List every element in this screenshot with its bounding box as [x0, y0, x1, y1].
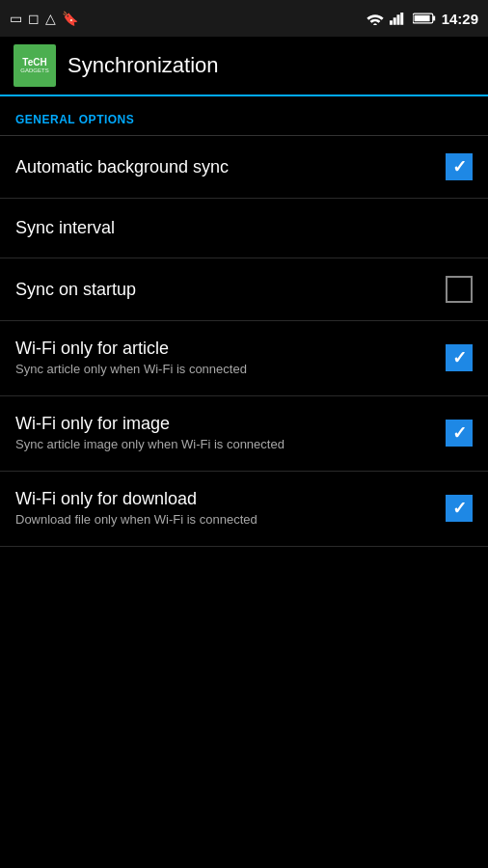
app-logo: TeCH GADGETS: [14, 44, 56, 87]
settings-item-title-wifi-image: Wi-Fi only for image: [15, 414, 434, 434]
section-header-label: GENERAL OPTIONS: [15, 113, 134, 126]
svg-rect-0: [390, 20, 393, 25]
app-bar: TeCH GADGETS Synchronization: [0, 37, 488, 96]
settings-item-content-wifi-article: Wi-Fi only for articleSync article only …: [15, 339, 446, 378]
checkbox-auto-bg-sync[interactable]: [446, 153, 473, 180]
settings-item-content-wifi-image: Wi-Fi only for imageSync article image o…: [15, 414, 446, 453]
svg-rect-3: [400, 13, 403, 25]
alert-icon: △: [45, 11, 56, 26]
settings-item-auto-bg-sync[interactable]: Automatic background sync: [0, 136, 488, 199]
signal-icon: [390, 12, 407, 25]
settings-list: Automatic background syncSync intervalSy…: [0, 136, 488, 547]
settings-item-content-sync-startup: Sync on startup: [15, 280, 446, 300]
status-bar-left: ▭ ◻ △ 🔖: [10, 11, 78, 26]
settings-item-wifi-download[interactable]: Wi-Fi only for downloadDownload file onl…: [0, 472, 488, 547]
settings-item-title-auto-bg-sync: Automatic background sync: [15, 157, 434, 177]
battery-icon: [413, 12, 436, 25]
wifi-icon: [366, 12, 384, 25]
settings-item-title-sync-interval: Sync interval: [15, 218, 461, 238]
checkbox-sync-startup[interactable]: [446, 276, 473, 303]
settings-item-subtitle-wifi-download: Download file only when Wi-Fi is connect…: [15, 512, 434, 529]
bookmark-icon: 🔖: [62, 11, 78, 26]
settings-item-title-wifi-article: Wi-Fi only for article: [15, 339, 434, 359]
settings-item-content-wifi-download: Wi-Fi only for downloadDownload file onl…: [15, 489, 446, 529]
settings-item-sync-interval[interactable]: Sync interval: [0, 199, 488, 258]
svg-rect-6: [414, 15, 429, 21]
general-options-header: GENERAL OPTIONS: [0, 96, 488, 136]
svg-rect-2: [396, 14, 399, 25]
svg-rect-1: [393, 17, 395, 25]
settings-item-sync-startup[interactable]: Sync on startup: [0, 258, 488, 321]
settings-item-subtitle-wifi-article: Sync article only when Wi-Fi is connecte…: [15, 362, 434, 378]
app-logo-text: TeCH: [22, 58, 46, 68]
svg-rect-5: [432, 16, 434, 21]
settings-item-title-wifi-download: Wi-Fi only for download: [15, 489, 434, 509]
checkbox-wifi-image[interactable]: [446, 420, 473, 447]
checkbox-wifi-download[interactable]: [446, 495, 473, 522]
sim-icon: ▭: [10, 11, 22, 26]
sd-icon: ◻: [28, 11, 40, 26]
status-bar-right: 14:29: [366, 11, 478, 27]
app-logo-sub: GADGETS: [20, 68, 48, 73]
settings-item-wifi-article[interactable]: Wi-Fi only for articleSync article only …: [0, 321, 488, 396]
status-bar: ▭ ◻ △ 🔖 14:29: [0, 0, 488, 37]
settings-item-title-sync-startup: Sync on startup: [15, 280, 434, 300]
checkbox-wifi-article[interactable]: [446, 344, 473, 371]
status-time: 14:29: [442, 11, 478, 27]
settings-item-content-auto-bg-sync: Automatic background sync: [15, 157, 446, 177]
app-title: Synchronization: [68, 53, 219, 78]
settings-item-subtitle-wifi-image: Sync article image only when Wi-Fi is co…: [15, 437, 434, 453]
settings-item-wifi-image[interactable]: Wi-Fi only for imageSync article image o…: [0, 396, 488, 472]
settings-item-content-sync-interval: Sync interval: [15, 218, 473, 238]
